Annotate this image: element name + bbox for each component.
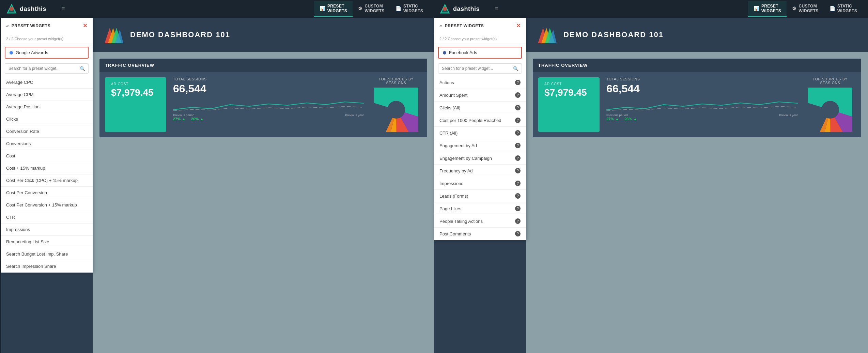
right-widget-item-11[interactable]: People Taking Actions ? xyxy=(434,215,526,228)
traffic-body-left: AD COST $7,979.45 TOTAL SESSIONS 66,544 … xyxy=(99,72,427,137)
search-icon-right: 🔍 xyxy=(513,66,518,71)
left-widget-item-12[interactable]: Impressions xyxy=(1,224,93,236)
left-widget-item-10[interactable]: Cost Per Conversion + 15% markup xyxy=(1,199,93,211)
dash-logo-left xyxy=(103,25,123,45)
help-icon-11: ? xyxy=(515,218,521,224)
static-icon-right: 📄 xyxy=(830,6,835,11)
period-labels-left: Previous period Previous year xyxy=(173,113,364,117)
tab-custom-right[interactable]: ⚙ CustomWidgets xyxy=(787,1,824,17)
right-widget-item-5[interactable]: Engagement by Ad ? xyxy=(434,139,526,152)
right-widget-item-10[interactable]: Page Likes ? xyxy=(434,202,526,215)
close-icon-right[interactable]: ✕ xyxy=(516,22,521,29)
right-widget-item-9[interactable]: Leads (Forms) ? xyxy=(434,190,526,202)
right-widget-item-12[interactable]: Post Comments ? xyxy=(434,228,526,240)
left-widget-label-3: Clicks xyxy=(6,117,18,122)
right-widget-label-12: Post Comments xyxy=(439,231,471,236)
left-widget-item-1[interactable]: Average CPM xyxy=(1,89,93,101)
right-widget-item-8[interactable]: Impressions ? xyxy=(434,177,526,190)
search-input-left[interactable] xyxy=(5,63,89,74)
widget-list-left: Average CPCAverage CPMAverage PositionCl… xyxy=(1,76,93,273)
left-widget-item-5[interactable]: Conversions xyxy=(1,138,93,150)
tab-custom-label-right: CustomWidgets xyxy=(799,4,818,13)
logo-area-left: dashthis xyxy=(6,3,46,14)
tab-preset-right[interactable]: 📊 PresetWidgets xyxy=(748,1,787,17)
period-labels-right: Previous period Previous year xyxy=(606,113,798,117)
left-widget-label-10: Cost Per Conversion + 15% markup xyxy=(6,202,77,208)
dashthis-logo-left xyxy=(6,3,17,14)
back-icon-left[interactable]: « xyxy=(6,23,9,29)
right-widget-item-3[interactable]: Cost per 1000 People Reached ? xyxy=(434,114,526,127)
help-icon-0: ? xyxy=(515,80,521,85)
right-widget-label-5: Engagement by Ad xyxy=(439,143,477,148)
left-widget-label-15: Search Impression Share xyxy=(6,264,56,269)
left-widget-item-15[interactable]: Search Impression Share xyxy=(1,260,93,273)
search-icon-left: 🔍 xyxy=(80,66,85,71)
tab-custom-left[interactable]: ⚙ CustomWidgets xyxy=(353,1,390,17)
dashboard-content-right: TRAFFIC OVERVIEW AD COST $7,979.45 TOTAL… xyxy=(526,52,868,144)
traffic-card-left: TRAFFIC OVERVIEW AD COST $7,979.45 TOTAL… xyxy=(99,59,427,137)
help-icon-5: ? xyxy=(515,143,521,148)
right-widget-item-0[interactable]: Actions ? xyxy=(434,76,526,89)
left-widget-item-2[interactable]: Average Position xyxy=(1,101,93,113)
help-icon-10: ? xyxy=(515,206,521,211)
left-widget-item-3[interactable]: Clicks xyxy=(1,113,93,125)
pie-chart-right xyxy=(808,88,852,132)
sessions-area-left: TOTAL SESSIONS 66,544 Previous period Pr… xyxy=(173,77,364,132)
right-widget-item-6[interactable]: Engagement by Campaign ? xyxy=(434,152,526,165)
back-icon-right[interactable]: « xyxy=(439,23,442,29)
period-pct-left: 27% ▲ 26% ▲ xyxy=(173,117,364,121)
help-icon-8: ? xyxy=(515,181,521,186)
svg-point-2 xyxy=(10,7,14,11)
left-widget-label-4: Conversion Rate xyxy=(6,129,39,134)
left-widget-item-0[interactable]: Average CPC xyxy=(1,76,93,89)
close-icon-left[interactable]: ✕ xyxy=(83,22,87,29)
prev-year-pct-left: 26% ▲ xyxy=(191,117,204,121)
left-widget-item-9[interactable]: Cost Per Conversion xyxy=(1,187,93,199)
help-icon-1: ? xyxy=(515,92,521,98)
sessions-label-left: TOTAL SESSIONS xyxy=(173,77,364,81)
help-icon-7: ? xyxy=(515,168,521,173)
right-widget-label-0: Actions xyxy=(439,80,454,85)
sessions-label-right: TOTAL SESSIONS xyxy=(606,77,798,81)
right-widget-item-1[interactable]: Amount Spent ? xyxy=(434,89,526,102)
preset-icon-right: 📊 xyxy=(754,6,759,11)
tab-static-left[interactable]: 📄 StaticWidgets xyxy=(390,1,429,17)
left-widget-item-13[interactable]: Remarketing List Size xyxy=(1,236,93,248)
hamburger-right[interactable]: ≡ xyxy=(495,5,498,13)
left-widget-item-4[interactable]: Conversion Rate xyxy=(1,125,93,138)
sessions-area-right: TOTAL SESSIONS 66,544 Previous period Pr… xyxy=(606,77,798,132)
selected-source-left: Google Adwords xyxy=(5,47,89,59)
tab-preset-label-left: PresetWidgets xyxy=(327,4,347,13)
traffic-title-right: TRAFFIC OVERVIEW xyxy=(533,59,861,72)
tab-custom-label-left: CustomWidgets xyxy=(365,4,384,13)
up-arrow-left-1: ▲ xyxy=(182,117,186,121)
tab-preset-left[interactable]: 📊 PresetWidgets xyxy=(314,1,353,17)
left-widget-item-14[interactable]: Search Budget Lost Imp. Share xyxy=(1,248,93,260)
pie-area-left: TOP SOURCES BY SESSIONS xyxy=(371,77,422,132)
dashboard-header-left: DEMO DASHBOARD 101 xyxy=(93,18,434,52)
hamburger-left[interactable]: ≡ xyxy=(61,5,65,13)
left-widget-item-11[interactable]: CTR xyxy=(1,211,93,224)
selected-label-left: Google Adwords xyxy=(16,50,48,55)
prev-period-pct-right: 27% ▲ xyxy=(606,117,619,121)
right-widget-item-4[interactable]: CTR (All) ? xyxy=(434,127,526,139)
search-input-right[interactable] xyxy=(438,63,522,74)
left-widget-label-13: Remarketing List Size xyxy=(6,239,49,244)
app-name-right: dashthis xyxy=(453,5,480,13)
right-widget-item-2[interactable]: Clicks (All) ? xyxy=(434,102,526,114)
sessions-value-left: 66,544 xyxy=(173,82,364,95)
help-icon-2: ? xyxy=(515,105,521,110)
tab-static-right[interactable]: 📄 StaticWidgets xyxy=(824,1,863,17)
left-widget-item-6[interactable]: Cost xyxy=(1,150,93,162)
left-widget-item-7[interactable]: Cost + 15% markup xyxy=(1,162,93,174)
left-widget-label-6: Cost xyxy=(6,153,15,158)
right-widget-item-7[interactable]: Frequency by Ad ? xyxy=(434,165,526,177)
right-widget-label-7: Frequency by Ad xyxy=(439,168,473,173)
left-widget-item-8[interactable]: Cost Per Click (CPC) + 15% markup xyxy=(1,174,93,187)
left-widget-label-2: Average Position xyxy=(6,104,40,109)
up-arrow-left-2: ▲ xyxy=(200,117,204,121)
left-widget-label-9: Cost Per Conversion xyxy=(6,190,47,195)
dash-logo-right xyxy=(536,25,557,45)
tab-preset-label-right: PresetWidgets xyxy=(761,4,781,13)
right-widget-label-9: Leads (Forms) xyxy=(439,194,468,199)
